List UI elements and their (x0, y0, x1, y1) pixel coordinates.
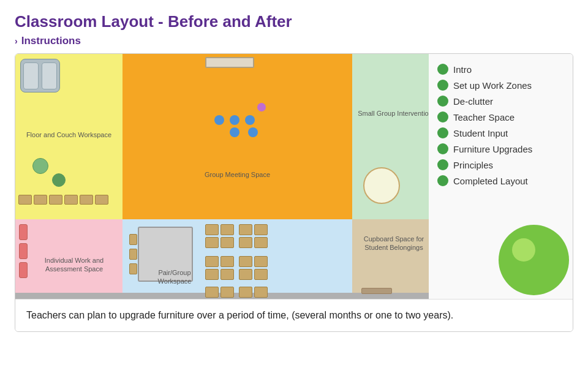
instructions-label: Instructions (21, 35, 81, 47)
dot5 (248, 127, 258, 137)
dot-workzones (437, 80, 448, 91)
dot-purple (257, 103, 266, 111)
plant2 (52, 173, 66, 187)
desk-chair-l3 (129, 263, 137, 274)
sidebar-item-declutter[interactable]: De-clutter (437, 96, 564, 107)
desk-chair-l2 (129, 249, 137, 260)
card-bottom-text: Teachers can plan to upgrade furniture o… (15, 299, 573, 331)
sidebar-label-furniture: Furniture Upgrades (453, 144, 532, 154)
sidebar-label-declutter: De-clutter (453, 96, 493, 107)
zone-label-tan: Cupboard Space for Student Belongings (357, 235, 429, 252)
big-green-circle (499, 225, 569, 295)
dot-completed (437, 175, 448, 186)
sidebar-label-completed: Completed Layout (453, 176, 528, 186)
sidebar-item-furniture[interactable]: Furniture Upgrades (437, 143, 564, 154)
sidebar-item-teacher[interactable]: Teacher Space (437, 111, 564, 123)
dot2 (230, 115, 239, 125)
dot1 (214, 115, 224, 125)
page-title: Classroom Layout - Before and After (15, 12, 573, 31)
zone-tan (352, 219, 429, 299)
plant1 (32, 158, 48, 174)
sidebar-item-intro[interactable]: Intro (437, 64, 564, 75)
zone-label-pink: Individual Work and Assessment Space (29, 256, 119, 274)
sidebar-label-student: Student Input (453, 128, 508, 138)
sidebar-item-workzones[interactable]: Set up Work Zones (437, 80, 564, 91)
desk-group3 (205, 256, 234, 280)
pink-chairs (19, 224, 28, 278)
sidebar-label-workzones: Set up Work Zones (453, 80, 532, 91)
dot-student (437, 127, 448, 138)
desk-group4 (239, 256, 268, 280)
big-circle-inner (512, 238, 535, 262)
whiteboard (205, 57, 254, 68)
dot-furniture (437, 143, 448, 154)
cupboard-base (361, 288, 392, 294)
sidebar-label-principles: Principles (453, 160, 493, 170)
sidebar-item-student[interactable]: Student Input (437, 127, 564, 138)
sidebar-label-intro: Intro (453, 64, 472, 75)
big-circle-container (437, 222, 564, 289)
chevron-icon: › (15, 36, 18, 46)
dot-principles (437, 159, 448, 170)
zone-label-blue: Pair/Group Workspace (150, 268, 199, 286)
sidebar-label-teacher: Teacher Space (453, 112, 514, 123)
zone-orange (123, 54, 352, 219)
desk-chair-l1 (129, 234, 137, 245)
dot-teacher (437, 111, 448, 123)
zone-label-orange: Group Meeting Space (123, 170, 352, 179)
bottom-description: Teachers can plan to upgrade furniture o… (26, 310, 453, 320)
dot4 (230, 127, 239, 137)
desk-group1 (205, 224, 234, 248)
sidebar-item-completed[interactable]: Completed Layout (437, 175, 564, 186)
card-top: Floor and Couch Workspace Group Meeting … (15, 54, 573, 299)
classroom-diagram: Floor and Couch Workspace Group Meeting … (15, 54, 429, 299)
dot3 (245, 115, 255, 125)
instructions-toggle[interactable]: › Instructions (15, 35, 573, 47)
sidebar-item-principles[interactable]: Principles (437, 159, 564, 170)
sidebar: Intro Set up Work Zones De-clutter Teach… (429, 54, 573, 299)
yellow-chair-row (18, 195, 108, 205)
dot-declutter (437, 96, 448, 107)
desk-group2 (239, 224, 268, 248)
sg-table (363, 167, 400, 204)
desk-group5 (205, 287, 234, 298)
desk-group6 (239, 287, 268, 298)
zone-label-yellow: Floor and Couch Workspace (18, 130, 119, 139)
dot-intro (437, 64, 448, 75)
zone-label-sg: Small Group Intervention (355, 109, 429, 118)
couch (20, 59, 60, 92)
main-card: Floor and Couch Workspace Group Meeting … (15, 53, 573, 332)
